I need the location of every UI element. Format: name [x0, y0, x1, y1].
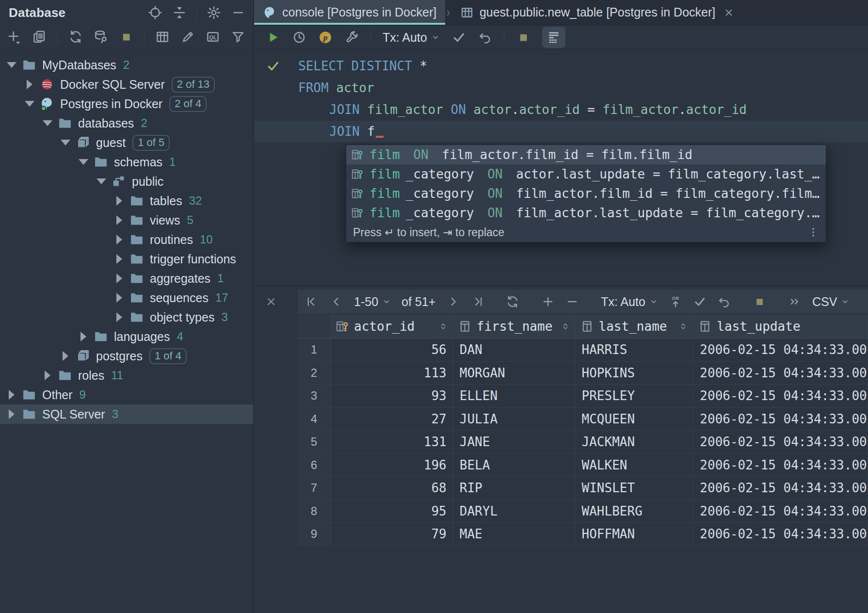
cell-first_name[interactable]: JULIA — [453, 408, 576, 431]
cell-actor_id[interactable]: 56 — [331, 339, 453, 361]
datasource-properties-icon[interactable] — [94, 30, 108, 44]
cell-last_name[interactable]: PRESLEY — [576, 385, 694, 407]
tree-item-trigger-functions[interactable]: trigger functions — [0, 249, 253, 269]
cell-first_name[interactable]: DARYL — [453, 500, 576, 523]
cell-actor_id[interactable]: 113 — [331, 362, 453, 385]
sql-code[interactable]: SELECT DISTINCT *FROM actorJOIN film_act… — [254, 55, 868, 143]
tree-item-object-types[interactable]: object types3 — [0, 307, 253, 327]
commit-icon[interactable] — [451, 30, 466, 45]
tree-item-tables[interactable]: tables32 — [0, 191, 253, 210]
rollback-results-icon[interactable] — [717, 295, 731, 308]
stop-results-icon[interactable] — [753, 295, 766, 308]
filter-icon[interactable] — [231, 30, 245, 44]
cell-first_name[interactable]: JANE — [453, 431, 576, 453]
commit-results-icon[interactable] — [693, 295, 707, 308]
sort-icon[interactable] — [678, 322, 688, 331]
cell-last_update[interactable]: 2006-02-15 04:34:33.00 — [693, 523, 868, 546]
add-row-icon[interactable] — [541, 295, 555, 308]
cell-actor_id[interactable]: 95 — [331, 500, 453, 523]
chevron-right-icon[interactable] — [113, 196, 125, 206]
chevron-right-icon[interactable] — [78, 332, 89, 341]
chevron-right-icon[interactable] — [113, 215, 125, 225]
tx-mode-select[interactable]: Tx: Auto — [383, 31, 440, 45]
cell-first_name[interactable]: DAN — [453, 339, 576, 361]
cell-last_name[interactable]: HARRIS — [576, 339, 694, 361]
row-number[interactable]: 6 — [298, 454, 331, 477]
export-format-select[interactable]: CSV — [812, 295, 850, 309]
cell-last_update[interactable]: 2006-02-15 04:34:33.00 — [693, 431, 868, 453]
row-number[interactable]: 2 — [298, 362, 331, 385]
column-header-first_name[interactable]: first_name — [453, 315, 576, 338]
cell-last_update[interactable]: 2006-02-15 04:34:33.00 — [693, 408, 868, 431]
tree-item-views[interactable]: views5 — [0, 210, 253, 230]
row-number[interactable]: 8 — [298, 500, 331, 523]
cell-last_name[interactable]: WAHLBERG — [576, 500, 694, 523]
chevron-right-icon[interactable] — [60, 351, 71, 361]
row-number[interactable]: 1 — [298, 339, 331, 361]
query-console-icon[interactable]: QL — [206, 30, 220, 44]
hide-panel-icon[interactable] — [231, 5, 245, 20]
tree-item-databases[interactable]: databases2 — [0, 113, 253, 133]
code-line[interactable]: SELECT DISTINCT * — [254, 55, 868, 77]
code-line[interactable]: JOIN f — [254, 121, 868, 143]
cell-last_name[interactable]: MCQUEEN — [576, 408, 694, 431]
cell-last_name[interactable]: JACKMAN — [576, 431, 694, 453]
column-header-last_update[interactable]: last_update — [693, 315, 868, 338]
cell-actor_id[interactable]: 196 — [331, 454, 453, 477]
stop-icon[interactable] — [119, 30, 133, 44]
cell-last_update[interactable]: 2006-02-15 04:34:33.00 — [693, 477, 868, 500]
chevron-right-icon[interactable] — [6, 409, 17, 419]
tree-item-mydatabases[interactable]: MyDatabases2 — [0, 55, 253, 75]
expand-toolbar-icon[interactable] — [788, 295, 802, 308]
duplicate-icon[interactable] — [32, 30, 47, 44]
tree-item-languages[interactable]: languages4 — [0, 327, 253, 346]
refresh-icon[interactable] — [68, 30, 83, 44]
reload-data-icon[interactable] — [506, 295, 519, 308]
console-settings-icon[interactable] — [344, 30, 359, 45]
tab-new-table[interactable]: guest.public.new_table [Postgres in Dock… — [451, 0, 743, 25]
history-icon[interactable] — [292, 30, 306, 45]
collapse-all-icon[interactable] — [172, 5, 187, 20]
chevron-down-icon[interactable] — [6, 62, 17, 68]
chevron-down-icon[interactable] — [42, 120, 53, 126]
close-tab-icon[interactable] — [723, 7, 735, 18]
column-header-actor_id[interactable]: actor_id — [331, 315, 453, 338]
rollback-icon[interactable] — [478, 30, 492, 45]
cell-first_name[interactable]: BELA — [453, 454, 576, 477]
cell-actor_id[interactable]: 68 — [331, 477, 453, 500]
cell-last_name[interactable]: WINSLET — [576, 477, 694, 500]
results-tx-mode-select[interactable]: Tx: Auto — [601, 295, 658, 309]
chevron-down-icon[interactable] — [24, 101, 35, 107]
chevron-right-icon[interactable] — [113, 254, 125, 264]
chevron-right-icon[interactable] — [113, 274, 125, 283]
tree-item-public[interactable]: public — [0, 172, 253, 191]
cell-first_name[interactable]: ELLEN — [453, 385, 576, 407]
cell-last_update[interactable]: 2006-02-15 04:34:33.00 — [693, 362, 868, 385]
code-line[interactable]: FROM actor — [254, 77, 868, 99]
cell-last_update[interactable]: 2006-02-15 04:34:33.00 — [693, 500, 868, 523]
tree-item-postgres[interactable]: postgres1 of 4 — [0, 346, 253, 366]
view-data-icon[interactable] — [155, 30, 170, 44]
completion-item[interactable]: film ON film_actor.film_id = film.film_i… — [346, 145, 826, 164]
tab-console[interactable]: console [Postgres in Docker] — [254, 0, 445, 25]
tree-item-sequences[interactable]: sequences17 — [0, 288, 253, 307]
new-datasource-icon[interactable] — [7, 30, 21, 44]
cell-first_name[interactable]: MAE — [453, 523, 576, 546]
next-page-icon[interactable] — [446, 295, 460, 308]
locate-object-icon[interactable] — [148, 5, 162, 20]
chevron-down-icon[interactable] — [96, 178, 107, 184]
sort-icon[interactable] — [438, 322, 448, 331]
submit-to-database-icon[interactable]: DB — [669, 295, 682, 308]
cell-first_name[interactable]: MORGAN — [453, 362, 576, 385]
delete-row-icon[interactable] — [565, 295, 579, 308]
row-number[interactable]: 7 — [298, 477, 331, 500]
row-number[interactable]: 3 — [298, 385, 331, 407]
more-options-icon[interactable] — [807, 226, 819, 238]
settings-gear-icon[interactable] — [207, 5, 221, 20]
chevron-right-icon[interactable] — [6, 390, 17, 400]
cell-first_name[interactable]: RIP — [453, 477, 576, 500]
tree-item-aggregates[interactable]: aggregates1 — [0, 269, 253, 288]
cell-last_name[interactable]: WALKEN — [576, 454, 694, 477]
column-header-last_name[interactable]: last_name — [576, 315, 694, 338]
previous-page-icon[interactable] — [330, 295, 343, 308]
